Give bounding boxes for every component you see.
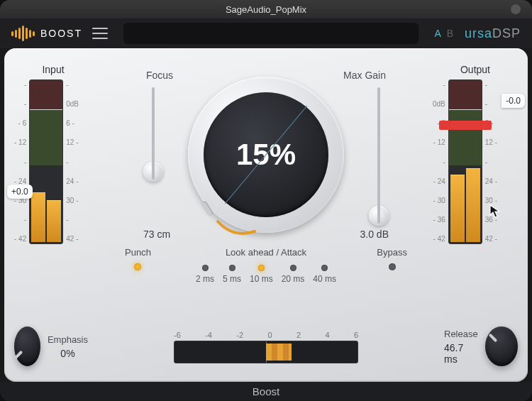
plugin-toolbar: BOOST A B ursaDSP	[0, 18, 532, 48]
lookahead-option-1[interactable]: 5 ms	[223, 265, 241, 284]
window-title: SageAudio_PopMix	[226, 4, 306, 15]
output-label: Output	[433, 64, 518, 75]
focus-slider-rail[interactable]	[152, 87, 155, 180]
output-badge[interactable]: -0.0	[501, 94, 525, 108]
focus-label: Focus	[146, 70, 173, 81]
input-meter[interactable]	[29, 79, 63, 244]
lookahead-led-icon	[228, 265, 235, 271]
lookahead-option-0[interactable]: 2 ms	[196, 265, 214, 284]
brand-dsp-text: DSP	[492, 26, 521, 40]
maxgain-slider-rail[interactable]	[377, 87, 380, 224]
brand-ursa-text: ursa	[465, 26, 492, 40]
input-label: Input	[14, 64, 92, 75]
punch-led-icon	[134, 263, 141, 270]
punch-toggle[interactable]: Punch	[125, 247, 151, 270]
boost-wave-icon	[11, 26, 35, 41]
emphasis-knob[interactable]	[14, 326, 40, 366]
lookahead-option-label: 40 ms	[313, 274, 336, 284]
output-ticks-left: -0dB- 6- 12-- 24- 30- 36- 42	[433, 79, 445, 244]
output-meter[interactable]	[448, 79, 482, 244]
release-label: Release	[444, 329, 478, 339]
bypass-toggle[interactable]: Bypass	[377, 247, 407, 270]
footer-bar: Boost	[0, 382, 532, 401]
titlebar-dot	[511, 4, 521, 14]
product-logo: BOOST	[11, 26, 82, 41]
boost-amount-dial[interactable]: 15%	[188, 77, 344, 233]
lookahead-option-4[interactable]: 40 ms	[313, 265, 336, 284]
preset-display[interactable]	[123, 23, 419, 44]
emphasis-value: 0%	[60, 348, 74, 359]
bypass-label: Bypass	[377, 247, 407, 258]
brand-logo: ursaDSP	[465, 26, 521, 41]
lookahead-led-icon	[201, 265, 208, 271]
lookahead-option-label: 5 ms	[223, 274, 241, 284]
main-panel: Input --- 6- 12-- 24- 30-- 42 -0dB6 -12 …	[4, 48, 528, 382]
bypass-led-icon	[389, 263, 396, 270]
ab-a[interactable]: A	[434, 28, 442, 39]
max-gain-label: Max Gain	[343, 70, 386, 81]
output-section: Output -0dB- 6- 12-- 24- 30- 36- 42 --6 …	[433, 64, 518, 244]
emphasis-control: Emphasis 0%	[14, 326, 88, 366]
lookahead-option-label: 10 ms	[250, 274, 273, 284]
input-ticks-left: --- 6- 12-- 24- 30-- 42	[14, 79, 26, 244]
dial-accent-arc	[216, 219, 259, 240]
lookahead-option-label: 20 ms	[282, 274, 305, 284]
ab-b[interactable]: B	[447, 28, 455, 39]
lookahead-section: Look ahead / Attack 2 ms5 ms10 ms20 ms40…	[196, 247, 336, 284]
output-ticks-right: --6 -12 --24 -30 -36 -42 -	[485, 79, 497, 244]
lookahead-option-2[interactable]: 10 ms	[250, 265, 273, 284]
input-ticks-right: -0dB6 -12 --24 -30 --42 -	[66, 79, 79, 244]
focus-value: 73 cm	[143, 229, 170, 240]
punch-label: Punch	[125, 247, 151, 258]
lookahead-led-icon	[290, 265, 297, 271]
release-control: Release 46.7 ms	[444, 326, 518, 366]
lookahead-option-label: 2 ms	[196, 274, 214, 284]
max-gain-value: 3.0 dB	[360, 229, 389, 240]
ab-toggle[interactable]: A B	[434, 28, 455, 39]
release-knob[interactable]	[485, 326, 518, 366]
lookahead-title: Look ahead / Attack	[196, 247, 336, 258]
balance-slider[interactable]: -6-4-20246	[174, 331, 358, 363]
release-value: 46.7 ms	[444, 342, 478, 365]
titlebar[interactable]: SageAudio_PopMix	[0, 0, 532, 18]
lookahead-led-icon	[321, 265, 328, 271]
footer-label: Boost	[253, 385, 279, 397]
plugin-window: SageAudio_PopMix BOOST A B ursaDSP Input	[0, 0, 532, 401]
product-name: BOOST	[40, 28, 82, 39]
menu-icon[interactable]	[92, 28, 108, 39]
lookahead-option-3[interactable]: 20 ms	[282, 265, 305, 284]
input-section: Input --- 6- 12-- 24- 30-- 42 -0dB6 -12 …	[14, 64, 92, 244]
input-badge[interactable]: +0.0	[7, 185, 33, 199]
lookahead-led-icon	[258, 265, 265, 271]
emphasis-label: Emphasis	[48, 334, 88, 345]
output-clip-indicator	[439, 121, 492, 130]
